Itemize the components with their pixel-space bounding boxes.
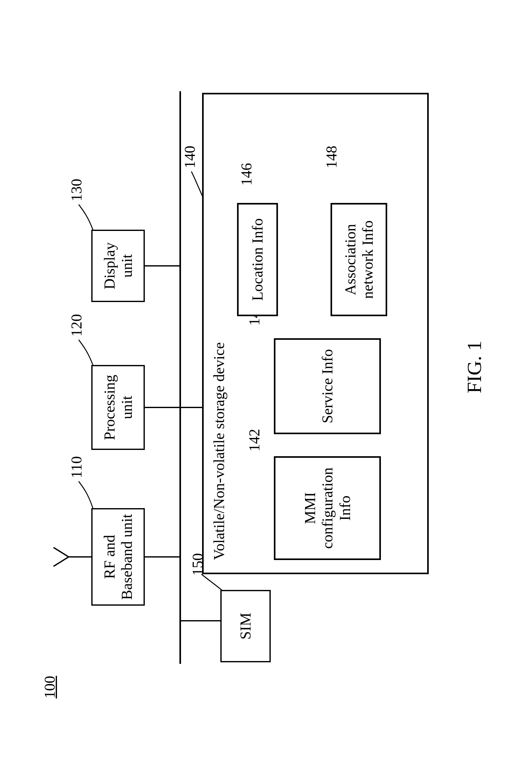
system-bus	[179, 91, 181, 664]
service-info: Service Info	[274, 338, 381, 434]
assoc-l2: network Info	[359, 220, 376, 299]
mmi-l1: MMI	[301, 492, 319, 524]
svg-line-1	[53, 547, 69, 557]
proc-line2: unit	[118, 396, 135, 419]
disp-line1: Display	[101, 242, 118, 289]
svc-l1: Service Info	[319, 349, 336, 423]
stub-storage	[180, 407, 202, 408]
mmi-l3: Info	[336, 496, 354, 521]
ref-148: 148	[323, 146, 340, 168]
ref-100: 100	[41, 676, 58, 699]
location-info: Location Info	[237, 203, 278, 316]
ref-146: 146	[238, 163, 255, 186]
svg-line-0	[53, 557, 69, 566]
proc-line1: Processing	[101, 375, 118, 440]
sim-block: SIM	[220, 590, 271, 662]
display-unit: Display unit	[91, 230, 145, 302]
rf-line1: RF and	[101, 535, 118, 579]
rf-baseband-unit: RF and Baseband unit	[91, 508, 145, 606]
association-network-info: Association network Info	[330, 203, 387, 316]
assoc-l1: Association	[342, 224, 359, 295]
ref-140: 140	[181, 146, 198, 168]
storage-title: Volatile/Non-volatile storage device	[210, 342, 228, 560]
stub-sim	[180, 620, 221, 621]
stub-proc	[145, 407, 180, 408]
mmi-l2: configuration	[319, 468, 336, 549]
rf-line2: Baseband unit	[118, 514, 135, 600]
ref-110: 110	[68, 456, 85, 478]
mmi-config-info: MMI configuration Info	[274, 456, 381, 560]
figure-caption: FIG. 1	[463, 341, 486, 393]
ref-120: 120	[68, 314, 85, 337]
antenna-icon	[53, 547, 73, 566]
ref-130: 130	[68, 179, 85, 201]
block-diagram: 100 RF and Baseband unit Processing unit…	[31, 16, 504, 708]
stub-disp	[145, 265, 180, 266]
ref-142: 142	[245, 429, 263, 451]
processing-unit: Processing unit	[91, 365, 145, 450]
stub-rf	[145, 556, 180, 558]
loc-l1: Location Info	[249, 218, 266, 301]
sim-label: SIM	[237, 613, 254, 639]
disp-line2: unit	[118, 254, 135, 278]
